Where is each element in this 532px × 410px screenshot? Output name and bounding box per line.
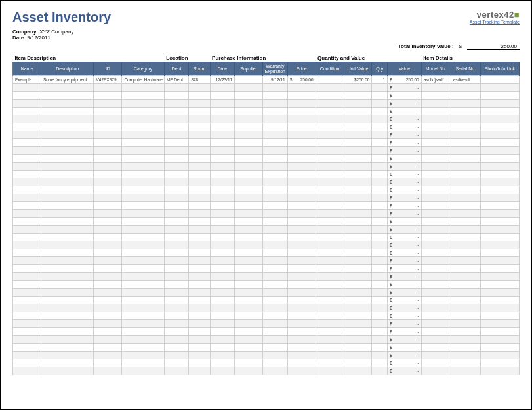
cell-empty[interactable] [94, 249, 122, 257]
table-row[interactable]: $- [13, 218, 520, 226]
cell-empty[interactable] [480, 84, 519, 92]
cell-empty[interactable] [316, 226, 344, 234]
cell-empty[interactable] [421, 123, 451, 131]
cell-empty[interactable] [480, 123, 519, 131]
cell-empty[interactable]: $- [388, 304, 422, 312]
cell-empty[interactable] [421, 226, 451, 234]
cell-empty[interactable] [164, 367, 189, 375]
table-row[interactable]: $- [13, 241, 520, 249]
cell-empty[interactable] [210, 359, 235, 367]
cell-empty[interactable] [263, 289, 288, 297]
cell-empty[interactable] [164, 352, 189, 359]
cell-category[interactable]: Computer Hardware [122, 76, 164, 84]
cell-empty[interactable] [94, 344, 122, 352]
cell-empty[interactable] [122, 328, 164, 336]
cell-empty[interactable] [235, 194, 263, 202]
cell-empty[interactable] [263, 320, 288, 328]
cell-empty[interactable] [287, 218, 316, 226]
cell-empty[interactable] [41, 155, 94, 163]
cell-empty[interactable] [122, 320, 164, 328]
cell-empty[interactable] [263, 218, 288, 226]
cell-empty[interactable] [235, 249, 263, 257]
cell-empty[interactable] [372, 171, 388, 178]
cell-empty[interactable] [41, 100, 94, 108]
table-row[interactable]: $- [13, 328, 520, 336]
cell-empty[interactable] [480, 265, 519, 273]
cell-empty[interactable] [480, 163, 519, 171]
cell-empty[interactable] [451, 281, 480, 289]
cell-empty[interactable] [263, 147, 288, 155]
cell-empty[interactable] [421, 336, 451, 344]
cell-empty[interactable] [451, 320, 480, 328]
cell-empty[interactable] [287, 367, 316, 375]
cell-empty[interactable] [480, 234, 519, 241]
cell-empty[interactable] [451, 328, 480, 336]
cell-empty[interactable] [41, 123, 94, 131]
cell-empty[interactable] [210, 367, 235, 375]
cell-empty[interactable]: $- [388, 344, 422, 352]
cell-empty[interactable] [94, 171, 122, 178]
cell-empty[interactable]: $- [388, 289, 422, 297]
cell-empty[interactable] [372, 147, 388, 155]
cell-empty[interactable] [94, 312, 122, 320]
cell-empty[interactable] [372, 297, 388, 304]
cell-empty[interactable] [235, 210, 263, 218]
cell-empty[interactable] [13, 281, 41, 289]
cell-empty[interactable] [94, 194, 122, 202]
cell-empty[interactable] [122, 281, 164, 289]
cell-empty[interactable] [13, 359, 41, 367]
cell-empty[interactable] [235, 257, 263, 265]
cell-empty[interactable] [164, 194, 189, 202]
table-row[interactable]: $- [13, 234, 520, 241]
cell-empty[interactable] [164, 249, 189, 257]
cell-empty[interactable] [421, 281, 451, 289]
cell-empty[interactable] [451, 123, 480, 131]
cell-empty[interactable] [164, 289, 189, 297]
cell-description[interactable]: Some fancy equipment [41, 76, 94, 84]
cell-empty[interactable] [41, 359, 94, 367]
cell-empty[interactable] [480, 241, 519, 249]
cell-empty[interactable] [344, 328, 372, 336]
cell-empty[interactable] [13, 131, 41, 139]
cell-empty[interactable] [41, 336, 94, 344]
cell-empty[interactable] [210, 155, 235, 163]
cell-empty[interactable] [164, 273, 189, 281]
cell-empty[interactable] [13, 352, 41, 359]
cell-empty[interactable] [164, 131, 189, 139]
cell-empty[interactable] [263, 226, 288, 234]
cell-empty[interactable] [480, 115, 519, 123]
table-row[interactable]: $- [13, 273, 520, 281]
cell-empty[interactable] [41, 234, 94, 241]
cell-empty[interactable] [421, 115, 451, 123]
cell-empty[interactable] [235, 336, 263, 344]
table-row[interactable]: $- [13, 281, 520, 289]
cell-empty[interactable] [287, 123, 316, 131]
cell-empty[interactable] [480, 210, 519, 218]
cell-empty[interactable] [480, 289, 519, 297]
cell-empty[interactable] [164, 265, 189, 273]
cell-empty[interactable] [164, 281, 189, 289]
cell-empty[interactable] [235, 234, 263, 241]
cell-empty[interactable] [372, 234, 388, 241]
cell-empty[interactable] [210, 352, 235, 359]
cell-empty[interactable] [287, 352, 316, 359]
cell-empty[interactable] [189, 336, 210, 344]
cell-empty[interactable] [287, 84, 316, 92]
cell-empty[interactable] [287, 186, 316, 194]
cell-empty[interactable] [122, 241, 164, 249]
table-row[interactable]: $- [13, 320, 520, 328]
cell-empty[interactable] [41, 218, 94, 226]
cell-empty[interactable] [235, 202, 263, 210]
cell-empty[interactable]: $- [388, 352, 422, 359]
cell-empty[interactable] [189, 178, 210, 186]
cell-empty[interactable] [316, 194, 344, 202]
cell-empty[interactable]: $- [388, 178, 422, 186]
cell-empty[interactable] [344, 92, 372, 100]
cell-empty[interactable] [372, 108, 388, 115]
cell-empty[interactable] [122, 139, 164, 147]
cell-empty[interactable] [287, 202, 316, 210]
cell-empty[interactable] [122, 92, 164, 100]
cell-empty[interactable] [189, 108, 210, 115]
cell-empty[interactable] [122, 108, 164, 115]
cell-empty[interactable] [235, 226, 263, 234]
